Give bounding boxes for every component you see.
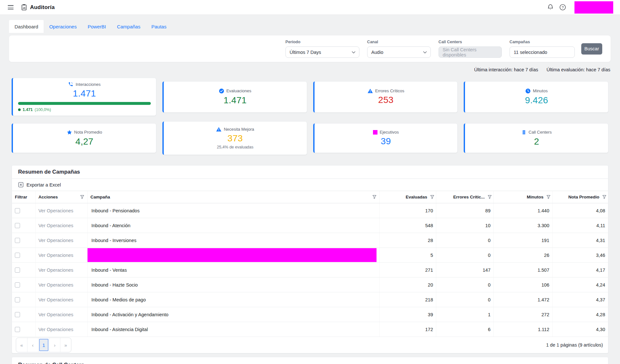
tab-powerbi[interactable]: PowerBI: [82, 20, 111, 33]
row-checkbox[interactable]: [15, 253, 20, 258]
buscar-button[interactable]: Buscar: [581, 43, 602, 55]
warning-triangle-icon: [367, 88, 373, 93]
tab-label: Pautas: [151, 24, 167, 29]
tab-label: PowerBI: [88, 24, 106, 29]
kpi-label: Nota Promedio: [74, 130, 102, 135]
campaign-name: Inbound - Pensionados: [88, 203, 380, 218]
filter-funnel-icon[interactable]: [80, 195, 84, 199]
table-row: Ver Operaciones Inbound - Activación y A…: [12, 307, 608, 322]
kpi-label: Evaluaciones: [226, 88, 251, 93]
canal-select[interactable]: Audio: [367, 46, 431, 58]
ver-operaciones-link[interactable]: Ver Operaciones: [38, 238, 73, 243]
col-header-nota-promedio: Nota Promedio: [553, 191, 608, 203]
row-checkbox[interactable]: [15, 312, 20, 317]
evaluadas-value: 5: [380, 248, 436, 262]
tab-campanas[interactable]: Campañas: [111, 20, 146, 33]
ver-operaciones-link[interactable]: Ver Operaciones: [38, 327, 73, 332]
user-account-redacted[interactable]: [574, 1, 613, 14]
kpi-label: Call Centers: [529, 130, 552, 135]
filter-funnel-icon[interactable]: [430, 195, 434, 199]
kpi-card-errores-criticos: Errores Críticos 253: [313, 81, 458, 113]
kpi-row-2: Nota Promedio 4,27 Necesita Mejora 373 2…: [12, 121, 608, 155]
row-checkbox[interactable]: [15, 208, 20, 213]
export-excel-button[interactable]: Exportar a Excel: [18, 182, 61, 187]
errores-value: 1: [436, 307, 494, 322]
row-checkbox[interactable]: [15, 327, 20, 332]
help-icon[interactable]: ?: [559, 4, 566, 11]
ver-operaciones-link[interactable]: Ver Operaciones: [38, 297, 73, 302]
evaluadas-value: 39: [380, 307, 436, 322]
row-checkbox[interactable]: [15, 297, 20, 302]
table-row: Ver Operaciones 5 0 26 3,46: [12, 248, 608, 263]
ver-operaciones-link[interactable]: Ver Operaciones: [38, 208, 73, 213]
campaigns-summary-card: Resumen de Campañas Exportar a Excel Fil…: [12, 165, 608, 353]
pager-next-button[interactable]: ›: [49, 338, 60, 352]
export-excel-label: Exportar a Excel: [26, 182, 61, 187]
svg-text:?: ?: [562, 5, 563, 9]
topbar: Auditoría ?: [0, 0, 620, 15]
table-row: Ver Operaciones Inbound - Ventas 271 147…: [12, 263, 608, 278]
tab-operaciones[interactable]: Operaciones: [44, 20, 82, 33]
main-tabs: Dashboard Operaciones PowerBI Campañas P…: [9, 20, 172, 33]
nota-value: 4,30: [553, 322, 608, 337]
hamburger-menu-icon[interactable]: [8, 5, 14, 9]
col-header-evaluadas: Evaluadas: [380, 191, 436, 203]
ultima-evaluacion-text: Última evaluación: hace 7 días: [547, 67, 610, 72]
call-centers-summary-card: Resumen de Call Centers: [12, 357, 608, 364]
row-checkbox[interactable]: [15, 268, 20, 273]
campanas-input[interactable]: 11 seleccionado: [510, 46, 575, 58]
call-centers-section-title: Resumen de Call Centers: [18, 362, 84, 364]
kpi-card-minutos: Minutos 9.426: [464, 81, 608, 113]
kpi-card-interacciones: Interacciones 1.471 1.471 (100,0%): [12, 78, 156, 116]
filter-funnel-icon[interactable]: [372, 195, 377, 199]
kpi-value: 4,27: [76, 136, 94, 147]
campanas-value: 11 seleccionado: [514, 50, 547, 55]
minutos-value: 1.112: [494, 322, 553, 337]
row-checkbox[interactable]: [15, 238, 20, 243]
errores-value: 0: [436, 248, 494, 262]
evaluadas-value: 20: [380, 278, 436, 292]
ver-operaciones-link[interactable]: Ver Operaciones: [38, 253, 73, 258]
star-icon: [67, 130, 72, 135]
ver-operaciones-link[interactable]: Ver Operaciones: [38, 268, 73, 273]
pager-first-button[interactable]: «: [16, 338, 27, 352]
pager-prev-button[interactable]: ‹: [27, 338, 38, 352]
kpi-value: 1.471: [223, 95, 247, 106]
campaign-name-redacted: [88, 248, 380, 262]
kpi-value: 39: [381, 136, 391, 147]
campaigns-table-header: Filtrar Acciones Campaña Evaluadas Error…: [12, 191, 608, 203]
chevron-down-icon: [352, 51, 356, 54]
minutos-value: 191: [494, 233, 553, 248]
notifications-bell-icon[interactable]: [547, 4, 553, 11]
tab-pautas[interactable]: Pautas: [146, 20, 172, 33]
row-checkbox[interactable]: [15, 223, 20, 228]
pager-page-1[interactable]: 1: [38, 338, 49, 352]
excel-file-icon: [18, 182, 24, 187]
campaign-name: Inbound - Atención: [88, 218, 380, 233]
phone-icon: [68, 82, 73, 87]
kpi-label: Ejecutivos: [380, 130, 399, 135]
filter-funnel-icon[interactable]: [488, 195, 492, 199]
table-row: Ver Operaciones Inbound - Pensionados 17…: [12, 203, 608, 218]
minutos-value: 1.507: [494, 263, 553, 277]
table-row: Ver Operaciones Inbound - Hazte Socio 20…: [12, 278, 608, 292]
warning-triangle-icon: [216, 127, 222, 132]
pager-last-button[interactable]: »: [60, 338, 71, 352]
filter-funnel-icon[interactable]: [602, 195, 606, 199]
minutos-value: 272: [494, 307, 553, 322]
campaign-name: Inbound - Asistencia Digital: [88, 322, 380, 337]
tab-dashboard[interactable]: Dashboard: [9, 20, 44, 33]
nota-value: 4,37: [553, 292, 608, 307]
evaluadas-value: 218: [380, 292, 436, 307]
filter-funnel-icon[interactable]: [546, 195, 551, 199]
minutos-value: 26: [494, 248, 553, 262]
ver-operaciones-link[interactable]: Ver Operaciones: [38, 282, 73, 288]
legend-value: 1.471: [23, 107, 33, 112]
periodo-select[interactable]: Últimos 7 Days: [285, 46, 359, 58]
ver-operaciones-link[interactable]: Ver Operaciones: [38, 223, 73, 228]
ver-operaciones-link[interactable]: Ver Operaciones: [38, 312, 73, 317]
errores-value: 0: [436, 233, 494, 248]
minutos-value: 106: [494, 278, 553, 292]
row-checkbox[interactable]: [15, 282, 20, 288]
redacted-icon: [373, 130, 377, 135]
